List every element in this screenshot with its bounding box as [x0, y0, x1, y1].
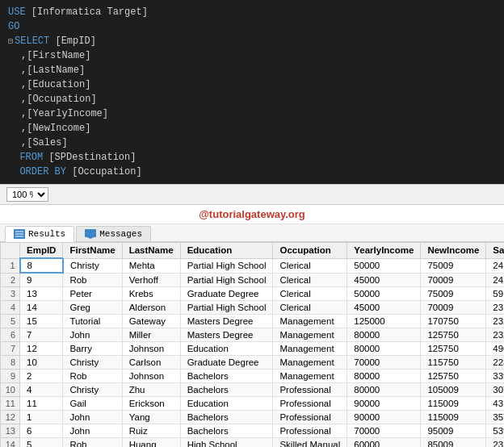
cell-occupation[interactable]: Management: [273, 315, 347, 328]
cell-yearlyincome[interactable]: 90000: [347, 411, 421, 424]
cell-lastname[interactable]: Gateway: [122, 315, 180, 328]
cell-firstname[interactable]: Rob: [63, 438, 122, 448]
cell-firstname[interactable]: Tutorial: [63, 315, 122, 328]
cell-education[interactable]: Education: [180, 397, 273, 411]
cell-lastname[interactable]: Yang: [122, 411, 180, 424]
cell-yearlyincome[interactable]: 80000: [347, 370, 421, 383]
cell-empid[interactable]: 11: [20, 397, 63, 411]
cell-empid[interactable]: 6: [20, 424, 63, 438]
cell-firstname[interactable]: Gail: [63, 397, 122, 411]
cell-education[interactable]: Graduate Degree: [180, 287, 273, 301]
results-area[interactable]: EmpID FirstName LastName Education Occup…: [0, 242, 504, 447]
table-row[interactable]: 121JohnYangBachelorsProfessional90000115…: [1, 411, 505, 424]
cell-sales[interactable]: 2320.49: [486, 328, 504, 342]
cell-education[interactable]: Graduate Degree: [180, 356, 273, 370]
cell-occupation[interactable]: Clerical: [273, 273, 347, 287]
cell-education[interactable]: Partial High School: [180, 258, 273, 273]
table-row[interactable]: 29RobVerhoffPartial High SchoolClerical4…: [1, 273, 505, 287]
cell-education[interactable]: Masters Degree: [180, 315, 273, 328]
table-row[interactable]: 104ChristyZhuBachelorsProfessional800001…: [1, 383, 505, 397]
cell-occupation[interactable]: Clerical: [273, 287, 347, 301]
cell-firstname[interactable]: Barry: [63, 342, 122, 356]
cell-occupation[interactable]: Clerical: [273, 301, 347, 315]
cell-firstname[interactable]: Peter: [63, 287, 122, 301]
cell-sales[interactable]: 2319.99: [486, 438, 504, 448]
table-row[interactable]: 92RobJohnsonBachelorsManagement800001257…: [1, 370, 505, 383]
cell-occupation[interactable]: Professional: [273, 397, 347, 411]
table-row[interactable]: 136JohnRuizBachelorsProfessional70000950…: [1, 424, 505, 438]
cell-education[interactable]: Bachelors: [180, 424, 273, 438]
cell-occupation[interactable]: Professional: [273, 411, 347, 424]
cell-newincome[interactable]: 170750: [421, 315, 486, 328]
cell-sales[interactable]: 2320.49: [486, 315, 504, 328]
cell-empid[interactable]: 14: [20, 301, 63, 315]
cell-newincome[interactable]: 125750: [421, 370, 486, 383]
cell-occupation[interactable]: Management: [273, 342, 347, 356]
cell-lastname[interactable]: Alderson: [122, 301, 180, 315]
cell-newincome[interactable]: 70009: [421, 301, 486, 315]
cell-firstname[interactable]: Christy: [63, 356, 122, 370]
cell-lastname[interactable]: Huang: [122, 438, 180, 448]
cell-education[interactable]: Partial High School: [180, 273, 273, 287]
cell-sales[interactable]: 23.5: [486, 301, 504, 315]
cell-sales[interactable]: 24.99: [486, 258, 504, 273]
cell-occupation[interactable]: Management: [273, 356, 347, 370]
cell-empid[interactable]: 9: [20, 273, 63, 287]
cell-yearlyincome[interactable]: 125000: [347, 315, 421, 328]
table-row[interactable]: 145RobHuangHigh SchoolSkilled Manual6000…: [1, 438, 505, 448]
cell-occupation[interactable]: Management: [273, 328, 347, 342]
cell-lastname[interactable]: Carlson: [122, 356, 180, 370]
table-row[interactable]: 67JohnMillerMasters DegreeManagement8000…: [1, 328, 505, 342]
cell-newincome[interactable]: 85009: [421, 438, 486, 448]
cell-lastname[interactable]: Miller: [122, 328, 180, 342]
cell-yearlyincome[interactable]: 90000: [347, 397, 421, 411]
cell-empid[interactable]: 15: [20, 315, 63, 328]
cell-newincome[interactable]: 125750: [421, 328, 486, 342]
cell-empid[interactable]: 2: [20, 370, 63, 383]
cell-firstname[interactable]: Greg: [63, 301, 122, 315]
cell-yearlyincome[interactable]: 80000: [347, 328, 421, 342]
cell-empid[interactable]: 4: [20, 383, 63, 397]
cell-yearlyincome[interactable]: 50000: [347, 287, 421, 301]
cell-education[interactable]: Bachelors: [180, 383, 273, 397]
table-row[interactable]: 18ChristyMehtaPartial High SchoolClerica…: [1, 258, 505, 273]
cell-occupation[interactable]: Professional: [273, 424, 347, 438]
table-row[interactable]: 712BarryJohnsonEducationManagement800001…: [1, 342, 505, 356]
cell-yearlyincome[interactable]: 70000: [347, 356, 421, 370]
cell-firstname[interactable]: John: [63, 411, 122, 424]
cell-empid[interactable]: 13: [20, 287, 63, 301]
cell-firstname[interactable]: Christy: [63, 383, 122, 397]
cell-sales[interactable]: 3399.99: [486, 370, 504, 383]
cell-empid[interactable]: 8: [20, 258, 63, 273]
cell-newincome[interactable]: 105009: [421, 383, 486, 397]
cell-newincome[interactable]: 75009: [421, 287, 486, 301]
zoom-select[interactable]: 100 % 75 % 125 %: [6, 187, 48, 202]
cell-education[interactable]: High School: [180, 438, 273, 448]
cell-lastname[interactable]: Mehta: [122, 258, 180, 273]
table-row[interactable]: 414GregAldersonPartial High SchoolCleric…: [1, 301, 505, 315]
cell-sales[interactable]: 59.53: [486, 287, 504, 301]
cell-newincome[interactable]: 70009: [421, 273, 486, 287]
cell-firstname[interactable]: Christy: [63, 258, 122, 273]
cell-sales[interactable]: 4968.59: [486, 342, 504, 356]
cell-sales[interactable]: 539.99: [486, 424, 504, 438]
cell-sales[interactable]: 3078.27: [486, 383, 504, 397]
cell-firstname[interactable]: John: [63, 424, 122, 438]
cell-newincome[interactable]: 75009: [421, 258, 486, 273]
cell-lastname[interactable]: Erickson: [122, 397, 180, 411]
cell-sales[interactable]: 4319.99: [486, 397, 504, 411]
cell-empid[interactable]: 7: [20, 328, 63, 342]
cell-education[interactable]: Bachelors: [180, 370, 273, 383]
cell-yearlyincome[interactable]: 60000: [347, 438, 421, 448]
cell-education[interactable]: Partial High School: [180, 301, 273, 315]
cell-firstname[interactable]: John: [63, 328, 122, 342]
table-row[interactable]: 1111GailEricksonEducationProfessional900…: [1, 397, 505, 411]
cell-yearlyincome[interactable]: 45000: [347, 301, 421, 315]
cell-occupation[interactable]: Management: [273, 370, 347, 383]
cell-empid[interactable]: 1: [20, 411, 63, 424]
cell-sales[interactable]: 3578.27: [486, 411, 504, 424]
cell-education[interactable]: Masters Degree: [180, 328, 273, 342]
cell-newincome[interactable]: 125750: [421, 342, 486, 356]
tab-results[interactable]: Results: [5, 226, 74, 242]
cell-empid[interactable]: 12: [20, 342, 63, 356]
